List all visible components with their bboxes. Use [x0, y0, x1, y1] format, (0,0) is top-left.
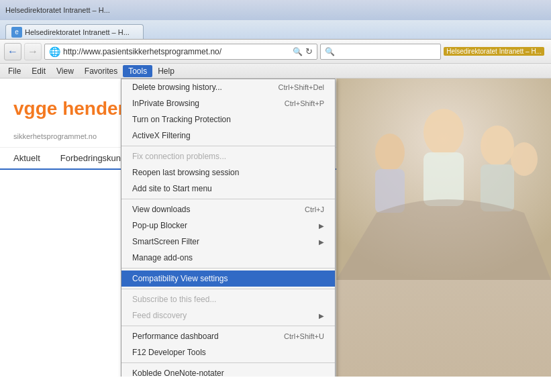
menu-help[interactable]: Help	[152, 65, 180, 77]
site-hero-image	[336, 79, 551, 377]
site-nav-aktuelt[interactable]: Aktuelt	[13, 153, 40, 163]
main-content-area: vgge hender 24 7 sikkerhetsprogrammet.no…	[0, 79, 551, 377]
menu-inprivate[interactable]: InPrivate Browsing Ctrl+Shift+P	[121, 95, 335, 111]
menu-subscribe-feed: Subscribe to this feed...	[121, 291, 335, 307]
menu-reopen-session[interactable]: Reopen last browsing session	[121, 164, 335, 181]
feed-discovery-arrow: ▶	[319, 312, 324, 320]
search-in-address-icon: 🔍	[293, 47, 303, 56]
menu-view-downloads[interactable]: View downloads Ctrl+J	[121, 201, 335, 217]
menu-add-to-start[interactable]: Add site to Start menu	[121, 181, 335, 197]
forward-icon: →	[28, 46, 38, 58]
site-tagline: vgge hender	[13, 98, 125, 119]
menu-edit[interactable]: Edit	[26, 65, 51, 77]
search-icon: 🔍	[325, 47, 335, 56]
menu-fix-connection: Fix connection problems...	[121, 148, 335, 164]
svg-point-5	[375, 134, 405, 171]
separator-3	[121, 268, 335, 268]
tab-bar: e Helsedirektoratet Intranett – H...	[0, 20, 551, 39]
menu-feed-discovery: Feed discovery ▶	[121, 307, 335, 324]
refresh-icon[interactable]: ↻	[305, 46, 313, 56]
address-text: http://www.pasientsikkerhetsprogrammet.n…	[63, 47, 290, 56]
browser-tab[interactable]: e Helsedirektoratet Intranett – H...	[5, 24, 144, 39]
tab-favicon: e	[11, 27, 22, 38]
people-background	[336, 79, 551, 377]
svg-point-3	[481, 126, 514, 166]
menu-file[interactable]: File	[3, 65, 26, 77]
menu-compatibility-view[interactable]: Compatibility View settings	[121, 271, 335, 287]
title-bar: Helsedirektoratet Intranett – H...	[0, 0, 551, 20]
separator-5	[121, 326, 335, 326]
address-globe-icon: 🌐	[49, 46, 60, 57]
separator-1	[121, 146, 335, 146]
svg-rect-2	[423, 152, 464, 206]
svg-point-7	[511, 142, 538, 176]
tab-label: Helsedirektoratet Intranett – H...	[25, 28, 130, 36]
search-bar[interactable]: 🔍	[320, 44, 441, 60]
separator-6	[121, 362, 335, 363]
menu-delete-history[interactable]: Delete browsing history... Ctrl+Shift+De…	[121, 79, 335, 95]
menu-popup-blocker[interactable]: Pop-up Blocker ▶	[121, 217, 335, 234]
forward-button[interactable]: →	[24, 43, 42, 60]
menu-tools[interactable]: Tools	[123, 65, 152, 77]
address-bar[interactable]: 🌐 http://www.pasientsikkerhetsprogrammet…	[44, 44, 317, 60]
favorites-button[interactable]: Helsedirektoratet Intranett – H...	[444, 47, 544, 56]
smartscreen-arrow: ▶	[319, 238, 324, 246]
menu-tracking-protection[interactable]: Turn on Tracking Protection	[121, 111, 335, 128]
navigation-bar: ← → 🌐 http://www.pasientsikkerhetsprogra…	[0, 40, 551, 64]
menu-view[interactable]: View	[51, 65, 79, 77]
menu-smartscreen[interactable]: SmartScreen Filter ▶	[121, 234, 335, 250]
separator-4	[121, 289, 335, 289]
tools-dropdown-menu: Delete browsing history... Ctrl+Shift+De…	[121, 79, 336, 377]
menu-manage-addons[interactable]: Manage add-ons	[121, 250, 335, 266]
menu-favorites[interactable]: Favorites	[79, 65, 123, 77]
menu-koblede-onenote[interactable]: Koblede OneNote-notater	[121, 365, 335, 377]
menu-f12-devtools[interactable]: F12 Developer Tools	[121, 344, 335, 360]
popup-blocker-arrow: ▶	[319, 222, 324, 230]
back-button[interactable]: ←	[4, 43, 21, 60]
separator-2	[121, 199, 335, 199]
menu-activex[interactable]: ActiveX Filtering	[121, 128, 335, 144]
menu-bar: File Edit View Favorites Tools Help	[0, 64, 551, 79]
menu-perf-dashboard[interactable]: Performance dashboard Ctrl+Shift+U	[121, 328, 335, 344]
svg-point-1	[423, 109, 464, 156]
people-illustration	[336, 79, 551, 280]
window-title: Helsedirektoratet Intranett – H...	[5, 6, 110, 14]
back-icon: ←	[7, 46, 18, 58]
